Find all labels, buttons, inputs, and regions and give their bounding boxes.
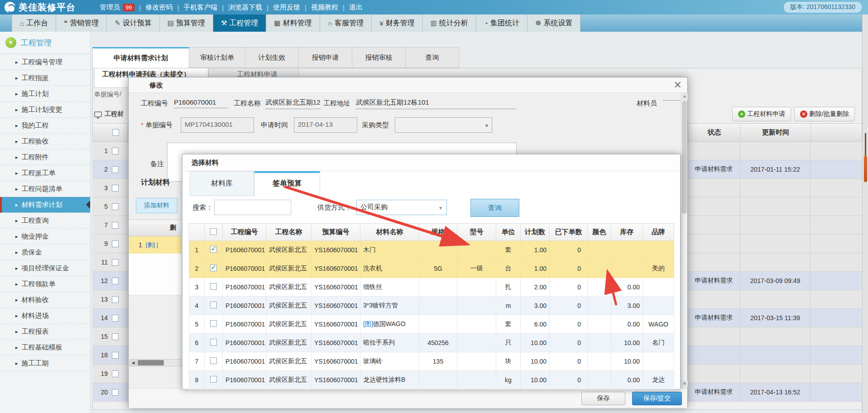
row-checkbox[interactable] xyxy=(112,333,119,340)
row-checkbox[interactable] xyxy=(112,148,119,154)
sidebar-item-6[interactable]: ▸工程验收 xyxy=(0,134,90,149)
scroll-up-icon[interactable]: ▲ xyxy=(681,93,688,100)
add-material-request-button[interactable]: + 工程材料申请 xyxy=(732,107,791,121)
scrollbar-handle[interactable] xyxy=(864,156,867,182)
column-header[interactable]: 工程名称 xyxy=(266,224,312,241)
search-input[interactable] xyxy=(214,200,291,215)
nav-tab-1[interactable]: ⌂工作台 xyxy=(12,14,56,32)
sidebar-item-8[interactable]: ▸工程派工单 xyxy=(0,165,90,181)
sidebar-item-10[interactable]: ▸材料需求计划 xyxy=(0,197,90,213)
column-header[interactable]: 工程编号 xyxy=(223,224,266,241)
material-row[interactable]: 5P1606070001武侯区新北五YS1606070001[图]德国WAGO套… xyxy=(189,315,674,334)
delete-batch-button[interactable]: ✕ 删除/批量删除 xyxy=(794,107,855,121)
select-all-checkbox[interactable] xyxy=(210,228,217,235)
column-header[interactable]: 库存 xyxy=(611,224,643,241)
column-header[interactable]: 型号 xyxy=(457,224,496,241)
sidebar-item-13[interactable]: ▸质保金 xyxy=(0,245,90,260)
nav-tab-7[interactable]: ∩客服管理 xyxy=(320,14,372,32)
row-checkbox[interactable] xyxy=(112,278,119,284)
row-checkbox[interactable] xyxy=(112,166,119,173)
sidebar-item-19[interactable]: ▸工程基础模板 xyxy=(0,340,90,355)
material-row[interactable]: 7P1606070001武侯区新北五YS1606070001玻璃砖135块10.… xyxy=(189,352,674,371)
nav-tab-5[interactable]: ⚒工程管理 xyxy=(213,14,266,32)
nav-tab-9[interactable]: ▥统计分析 xyxy=(423,14,476,32)
nav-tab-11[interactable]: ☸系统设置 xyxy=(528,14,580,32)
material-row[interactable]: 4P1606070001武侯区新北五YS16060700013*3镀锌方管m3.… xyxy=(189,297,674,315)
close-icon[interactable]: ✕ xyxy=(674,79,682,91)
column-header[interactable]: 已下单数 xyxy=(550,224,588,241)
sidebar-item-4[interactable]: ▸施工计划变更 xyxy=(0,102,90,118)
sidebar-item-2[interactable]: ▸工程指派 xyxy=(0,70,90,86)
image-link[interactable]: [图] xyxy=(363,320,373,327)
modal-scrollbar[interactable]: ▲ ▼ xyxy=(681,93,687,387)
hscroll-handle[interactable] xyxy=(138,360,164,365)
topbar-link[interactable]: 退出 xyxy=(345,3,367,12)
material-row[interactable]: 1P1606070001武侯区新北五YS1606070001木门套1.000 xyxy=(189,241,674,259)
tab-material-library[interactable]: 材料库 xyxy=(190,171,254,196)
supply-mode-select[interactable]: 公司采购 ▼ xyxy=(356,200,447,215)
save-submit-button[interactable]: 保存/提交 xyxy=(632,392,682,405)
horizontal-scrollbar[interactable]: ◀ xyxy=(129,359,182,366)
material-row[interactable]: 8P1606070001武侯区新北五YS1606070001龙达硬性涂料Bkg1… xyxy=(189,371,674,389)
topbar-link[interactable]: 视频教程 xyxy=(307,3,343,12)
sidebar-item-11[interactable]: ▸工程查询 xyxy=(0,213,90,229)
sidebar-item-5[interactable]: ▸我的工程 xyxy=(0,118,90,134)
row-checkbox[interactable] xyxy=(112,296,119,303)
row-checkbox[interactable] xyxy=(112,259,119,266)
row-checkbox[interactable] xyxy=(210,246,217,253)
nav-tab-10[interactable]: ◔集团统计 xyxy=(476,14,528,32)
delete-link[interactable]: [删] [ xyxy=(146,241,158,249)
row-checkbox[interactable] xyxy=(210,320,217,327)
row-checkbox[interactable] xyxy=(112,240,119,247)
sidebar-item-12[interactable]: ▸物业押金 xyxy=(0,229,90,245)
sidebar-item-9[interactable]: ▸工程问题清单 xyxy=(0,181,90,197)
main-tab-2[interactable]: 审核计划单 xyxy=(189,47,245,68)
row-checkbox[interactable] xyxy=(210,357,217,364)
row-checkbox[interactable] xyxy=(210,339,217,346)
nav-tab-8[interactable]: ¥财务管理 xyxy=(372,14,422,32)
page-scrollbar[interactable] xyxy=(862,14,868,413)
material-row[interactable]: 6P1606070001武侯区新北五YS1606070001暗拉手系列45025… xyxy=(189,334,674,352)
column-header[interactable]: 计划数 xyxy=(521,224,550,241)
column-header[interactable]: 材料名称 xyxy=(360,224,419,241)
sidebar-item-15[interactable]: ▸工程领款单 xyxy=(0,276,90,292)
row-checkbox[interactable] xyxy=(112,315,119,322)
row-checkbox[interactable] xyxy=(210,376,217,383)
nav-tab-4[interactable]: ▤预算管理 xyxy=(160,14,213,32)
main-tab-1[interactable]: 申请材料需求计划 xyxy=(92,47,189,68)
save-button[interactable]: 保存 xyxy=(581,392,625,405)
sidebar-item-18[interactable]: ▸工程报表 xyxy=(0,324,90,340)
row-checkbox[interactable] xyxy=(112,389,119,396)
apply-time-input[interactable]: 2017-04-13 xyxy=(294,117,357,133)
material-row[interactable]: 2P1606070001武侯区新北五YS1606070001洗衣机5G一级台1.… xyxy=(189,259,674,278)
column-header[interactable]: 预算编号 xyxy=(312,224,360,241)
sidebar-item-7[interactable]: ▸工程附件 xyxy=(0,149,90,165)
row-checkbox[interactable] xyxy=(210,283,217,290)
add-material-button[interactable]: 添加材料 xyxy=(136,198,177,213)
sidebar-item-17[interactable]: ▸材料进场 xyxy=(0,308,90,324)
row-checkbox[interactable] xyxy=(210,264,217,271)
row-checkbox[interactable] xyxy=(112,370,119,377)
nav-tab-3[interactable]: ✎设计预算 xyxy=(107,14,160,32)
main-tab-3[interactable]: 计划生效 xyxy=(245,47,299,68)
row-checkbox[interactable] xyxy=(210,302,217,308)
row-checkbox[interactable] xyxy=(112,222,119,229)
purchase-type-select[interactable]: ▼ xyxy=(395,117,492,133)
order-no-input[interactable]: MP1704130001 xyxy=(181,117,254,133)
admin-menu[interactable]: 管理员99 xyxy=(95,3,139,12)
column-header[interactable]: 单位 xyxy=(496,224,521,241)
scroll-left-icon[interactable]: ◀ xyxy=(130,360,137,366)
scroll-down-icon[interactable]: ▼ xyxy=(681,380,688,387)
main-tab-4[interactable]: 报销申请 xyxy=(299,47,352,68)
vscroll-handle[interactable] xyxy=(682,101,687,214)
query-button[interactable]: 查询 xyxy=(470,199,519,217)
nav-tab-6[interactable]: ▦材料管理 xyxy=(266,14,320,32)
row-checkbox[interactable] xyxy=(112,185,119,192)
tab-contract-budget[interactable]: 签单预算 xyxy=(254,171,320,196)
sidebar-item-3[interactable]: ▸施工计划 xyxy=(0,86,90,102)
sidebar-item-20[interactable]: ▸施工工期 xyxy=(0,355,90,371)
column-header[interactable]: 颜色 xyxy=(588,224,611,241)
column-header[interactable]: 规格 xyxy=(419,224,457,241)
topbar-link[interactable]: 使用反馈 xyxy=(269,3,305,12)
column-header[interactable]: 品牌 xyxy=(643,224,674,241)
